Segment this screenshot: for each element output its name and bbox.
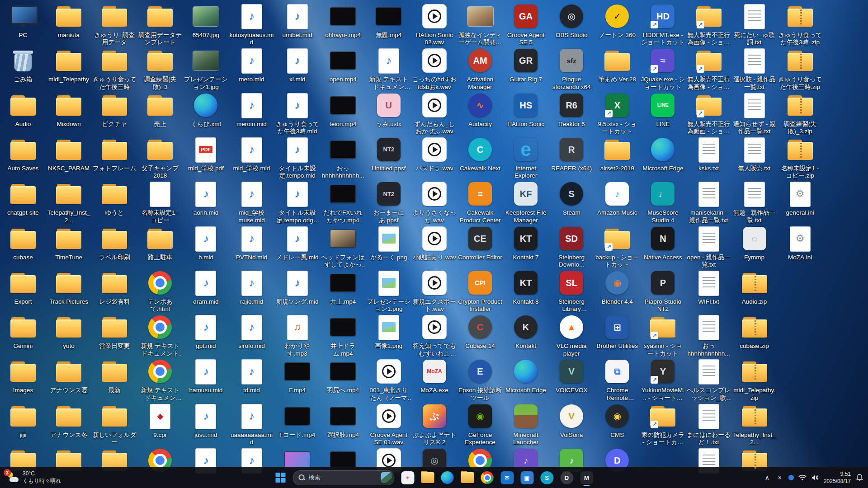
- desktop-icon[interactable]: ♩MuseScore Studio 4: [641, 180, 685, 224]
- desktop-icon[interactable]: 答え知ってでもむずいわこれ.wav: [412, 314, 457, 357]
- desktop-icon[interactable]: Uうみ.ustx: [367, 92, 411, 128]
- desktop-icon[interactable]: レジ袋有料: [92, 269, 137, 305]
- desktop-icon[interactable]: メドレー風.mid: [275, 225, 320, 261]
- desktop-icon[interactable]: ↗無人販売不正行為動画 - ショートカット: [687, 92, 731, 136]
- desktop-icon[interactable]: くらび.xml: [184, 92, 228, 128]
- desktop-icon[interactable]: ◉Blender 4.4: [595, 269, 639, 305]
- desktop-icon[interactable]: きゅうり食ってた午後3時.mid: [275, 92, 320, 136]
- desktop-icon[interactable]: GAGroove Agent SE 5: [504, 3, 548, 47]
- desktop-icon[interactable]: HALion Sonic 02.wav: [412, 3, 457, 47]
- taskbar-app-discord[interactable]: D: [558, 469, 576, 487]
- desktop-icon[interactable]: 通知らせず - 親作品一覧.txt: [732, 92, 777, 136]
- desktop-icon[interactable]: フォトフレーム: [92, 136, 137, 172]
- desktop-icon[interactable]: PC: [1, 3, 45, 39]
- desktop-icon[interactable]: jusu.mid: [184, 403, 228, 439]
- desktop-icon[interactable]: Telepathy_Inst_2...: [732, 403, 777, 446]
- desktop-icon[interactable]: 路上駐車: [138, 225, 182, 261]
- desktop-icon[interactable]: プレゼンテーション1.jpg: [184, 47, 228, 91]
- desktop-icon[interactable]: 名称未設定1 - コピー: [138, 180, 182, 224]
- desktop-icon[interactable]: umibet.mid: [275, 3, 320, 39]
- desktop-icon[interactable]: ↗無人販売不正行為画像 - ショートカッ...: [687, 3, 731, 47]
- desktop-icon[interactable]: 井上.mp4: [321, 269, 365, 305]
- taskbar-app-microsoft-store[interactable]: ▣: [519, 469, 536, 487]
- desktop-icon[interactable]: きゅうり食ってた午後3時 .zip: [778, 3, 822, 47]
- notification-bell-icon[interactable]: [855, 474, 863, 481]
- desktop-icon[interactable]: まにはにわーるど！.txt: [687, 403, 731, 446]
- desktop-icon[interactable]: Minecraft Launcher: [504, 403, 548, 446]
- desktop-icon[interactable]: 羽尻へ.mp4: [321, 358, 365, 394]
- desktop-icon[interactable]: 死にたい_ゅ歌詞.txt: [732, 3, 777, 47]
- desktop-icon[interactable]: chatgpt-site: [1, 180, 45, 216]
- desktop-icon[interactable]: 画像1.png: [367, 314, 411, 350]
- desktop-icon[interactable]: open.mp4: [321, 47, 365, 83]
- desktop-icon[interactable]: gpt.mid: [184, 314, 228, 350]
- desktop-icon[interactable]: sfzPlogue sforzando x64: [549, 47, 594, 91]
- desktop-icon[interactable]: 新規 テキストドキュメント (2).html: [138, 314, 182, 357]
- desktop-icon[interactable]: mid_学校 muse.mid: [230, 180, 274, 224]
- desktop-icon[interactable]: open - 親作品一覧.txt: [687, 225, 731, 269]
- desktop-icon[interactable]: rajio.mid: [230, 269, 274, 305]
- desktop-icon[interactable]: Mixdown: [47, 92, 91, 128]
- desktop-icon[interactable]: CCubase 14: [458, 314, 502, 350]
- taskbar-app-mail[interactable]: ✉: [499, 469, 516, 487]
- desktop-icon[interactable]: 新規 テキストドキュメント.html: [138, 358, 182, 402]
- desktop-icon[interactable]: yuto: [47, 314, 91, 350]
- desktop-icon[interactable]: KTKontakt 8: [504, 269, 548, 305]
- desktop-icon[interactable]: cubase: [1, 225, 45, 261]
- desktop-icon[interactable]: Telepathy_Inst_2...: [47, 180, 91, 224]
- desktop-icon[interactable]: Track Pictures: [47, 269, 91, 305]
- desktop-icon[interactable]: 新規ソング.mid: [275, 269, 320, 305]
- desktop-icon[interactable]: こっちのhdすおfdsbおk.wav: [412, 47, 457, 91]
- desktop-icon[interactable]: LINELINE: [641, 92, 685, 128]
- desktop-icon[interactable]: ラベル印刷: [92, 225, 137, 261]
- desktop-icon[interactable]: かるーく.png: [367, 225, 411, 261]
- desktop-icon[interactable]: PPiapro Studio NT2: [641, 269, 685, 313]
- desktop-icon[interactable]: 井上ドラム.mp4: [321, 314, 365, 357]
- desktop-icon[interactable]: hamusu.mid: [184, 358, 228, 394]
- desktop-icon[interactable]: VVOICEVOX: [549, 358, 594, 394]
- desktop-icon[interactable]: MoZA.ini: [778, 225, 822, 261]
- desktop-icon[interactable]: ぷぷよぷよ™テトリス® 2: [412, 403, 457, 446]
- desktop-icon[interactable]: 新しいフォルダー: [92, 403, 137, 446]
- desktop-icon[interactable]: MoZAMoZA.exe: [412, 358, 457, 394]
- desktop-icon[interactable]: 名称未設定1 - コピー.zip: [778, 136, 822, 180]
- desktop-icon[interactable]: CCakewalk Next: [458, 136, 502, 172]
- desktop-icon[interactable]: mid_学校.pdf: [184, 136, 228, 172]
- desktop-icon[interactable]: 新規エクスポート.wav: [412, 269, 457, 313]
- desktop-icon[interactable]: Groove Agent SE 01.wav: [367, 403, 411, 446]
- desktop-icon[interactable]: KTKontakt 7: [504, 225, 548, 261]
- desktop-icon[interactable]: airset2-2019: [595, 136, 639, 172]
- desktop-icon[interactable]: Images: [1, 358, 45, 394]
- desktop-icon[interactable]: 無人販売.txt: [732, 136, 777, 172]
- desktop-icon[interactable]: HD↗HDDFMT.exe - ショートカット: [641, 3, 685, 47]
- desktop-icon[interactable]: ↗家の防犯カメラ - ショートカット: [641, 403, 685, 446]
- taskbar-app-file-explorer[interactable]: [419, 469, 436, 487]
- desktop-icon[interactable]: midi_Telepathy: [47, 47, 91, 83]
- desktop-icon[interactable]: 65407.jpg: [184, 3, 228, 39]
- desktop-icon[interactable]: kotusytuaaus.mid: [230, 3, 274, 47]
- desktop-icon[interactable]: ⧉Chrome Remote Desktop: [595, 358, 639, 402]
- desktop-icon[interactable]: R6Reaktor 6: [549, 92, 594, 128]
- desktop-icon[interactable]: jijii: [1, 403, 45, 439]
- desktop-icon[interactable]: TimeTune: [47, 225, 91, 261]
- desktop-icon[interactable]: RREAPER (x64): [549, 136, 594, 172]
- desktop-icon[interactable]: アナウンス冬: [47, 403, 91, 439]
- desktop-icon[interactable]: SLSteinberg Library Manager: [549, 269, 594, 313]
- desktop-icon[interactable]: SSteam: [549, 180, 594, 216]
- desktop-icon[interactable]: パズドラ.wav: [412, 136, 457, 172]
- desktop-icon[interactable]: だれでFXいれたやつ.mp4: [321, 180, 365, 224]
- desktop-icon[interactable]: ◉CMS: [595, 403, 639, 439]
- desktop-icon[interactable]: Audio: [1, 92, 45, 128]
- desktop-icon[interactable]: ピクチャ: [92, 92, 137, 128]
- desktop-icon[interactable]: プレゼンテーション1.png: [367, 269, 411, 313]
- desktop-icon[interactable]: ohhayo-.mp4: [321, 3, 365, 39]
- taskbar-app-m-app[interactable]: M: [578, 469, 595, 487]
- desktop-icon[interactable]: meroin.mid: [230, 92, 274, 128]
- desktop-icon[interactable]: 9.cpr: [138, 403, 182, 439]
- desktop-icon[interactable]: aorin.mid: [184, 180, 228, 216]
- desktop-icon[interactable]: CPICrypton Product Installer: [458, 269, 502, 313]
- desktop-icon[interactable]: Microsoft Edge: [641, 136, 685, 172]
- start-button[interactable]: [273, 470, 288, 485]
- desktop-icon[interactable]: テンポあて.html: [138, 269, 182, 313]
- desktop-icon[interactable]: ◎OBS Studio: [549, 3, 594, 39]
